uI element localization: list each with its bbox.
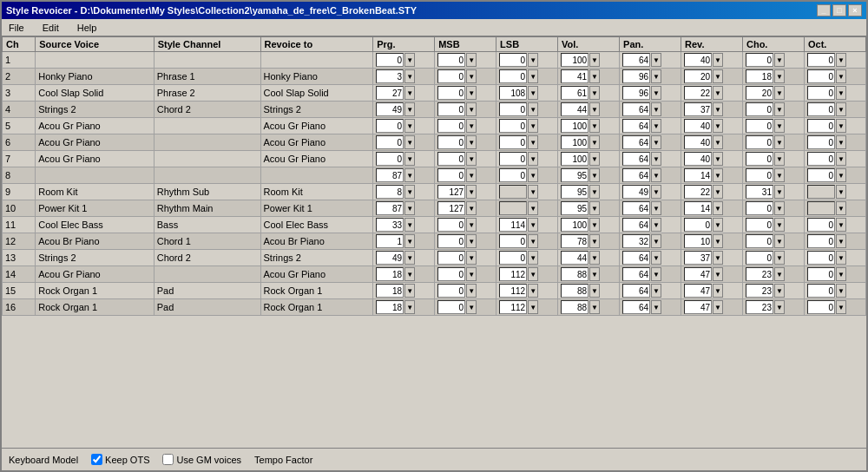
dropdown-arrow-icon[interactable]: ▼ [466, 185, 477, 199]
dropdown-arrow-icon[interactable]: ▼ [713, 284, 723, 298]
dropdown-arrow-icon[interactable]: ▼ [713, 218, 723, 232]
number-input[interactable] [437, 168, 465, 182]
dropdown-arrow-icon[interactable]: ▼ [589, 218, 600, 232]
dropdown-arrow-icon[interactable]: ▼ [404, 53, 415, 67]
number-input[interactable] [684, 234, 712, 248]
dropdown-arrow-icon[interactable]: ▼ [713, 152, 723, 166]
number-input[interactable] [499, 69, 527, 83]
number-input[interactable] [376, 53, 404, 67]
dropdown-arrow-icon[interactable]: ▼ [466, 119, 477, 133]
number-input[interactable] [807, 284, 835, 298]
menu-file[interactable]: File [6, 22, 27, 34]
dropdown-arrow-icon[interactable]: ▼ [651, 119, 661, 133]
number-input[interactable] [807, 86, 835, 100]
number-input[interactable] [499, 86, 527, 100]
number-input[interactable] [622, 102, 650, 116]
number-input[interactable] [437, 135, 465, 149]
minimize-button[interactable]: _ [817, 4, 831, 16]
number-input[interactable] [807, 234, 835, 248]
dropdown-arrow-icon[interactable]: ▼ [528, 234, 538, 248]
number-input[interactable] [746, 300, 773, 314]
dropdown-arrow-icon[interactable]: ▼ [589, 284, 600, 298]
dropdown-arrow-icon[interactable]: ▼ [404, 300, 415, 314]
dropdown-arrow-icon[interactable]: ▼ [589, 86, 600, 100]
number-input[interactable] [622, 69, 650, 83]
dropdown-arrow-icon[interactable]: ▼ [528, 135, 538, 149]
dropdown-arrow-icon[interactable]: ▼ [713, 86, 723, 100]
dropdown-arrow-icon[interactable]: ▼ [836, 234, 846, 248]
number-input[interactable] [376, 185, 404, 199]
close-button[interactable]: × [848, 4, 862, 16]
dropdown-arrow-icon[interactable]: ▼ [774, 152, 785, 166]
dropdown-arrow-icon[interactable]: ▼ [774, 267, 785, 281]
number-input[interactable] [437, 53, 465, 67]
dropdown-arrow-icon[interactable]: ▼ [404, 119, 415, 133]
number-input[interactable] [684, 86, 712, 100]
number-input[interactable] [807, 251, 835, 265]
dropdown-arrow-icon[interactable]: ▼ [836, 86, 846, 100]
dropdown-arrow-icon[interactable]: ▼ [774, 234, 785, 248]
number-input[interactable] [807, 119, 835, 133]
number-input[interactable] [376, 69, 404, 83]
dropdown-arrow-icon[interactable]: ▼ [836, 152, 846, 166]
dropdown-arrow-icon[interactable]: ▼ [404, 234, 415, 248]
number-input[interactable] [684, 152, 712, 166]
dropdown-arrow-icon[interactable]: ▼ [774, 135, 785, 149]
number-input[interactable] [561, 251, 589, 265]
dropdown-arrow-icon[interactable]: ▼ [466, 102, 477, 116]
number-input[interactable] [499, 218, 527, 232]
dropdown-arrow-icon[interactable]: ▼ [466, 234, 477, 248]
number-input[interactable] [746, 267, 773, 281]
dropdown-arrow-icon[interactable]: ▼ [466, 267, 477, 281]
number-input[interactable] [437, 201, 465, 215]
number-input[interactable] [746, 102, 773, 116]
dropdown-arrow-icon[interactable]: ▼ [466, 152, 477, 166]
number-input[interactable] [746, 86, 773, 100]
dropdown-arrow-icon[interactable]: ▼ [651, 69, 661, 83]
number-input[interactable] [561, 119, 589, 133]
number-input[interactable] [622, 201, 650, 215]
dropdown-arrow-icon[interactable]: ▼ [404, 152, 415, 166]
dropdown-arrow-icon[interactable]: ▼ [404, 86, 415, 100]
number-input[interactable] [499, 168, 527, 182]
dropdown-arrow-icon[interactable]: ▼ [774, 102, 785, 116]
number-input[interactable] [622, 135, 650, 149]
number-input[interactable] [684, 267, 712, 281]
number-input[interactable] [746, 53, 773, 67]
number-input[interactable] [622, 300, 650, 314]
number-input[interactable] [807, 267, 835, 281]
number-input[interactable] [684, 251, 712, 265]
dropdown-arrow-icon[interactable]: ▼ [528, 119, 538, 133]
number-input[interactable] [746, 234, 773, 248]
dropdown-arrow-icon[interactable]: ▼ [713, 135, 723, 149]
use-gm-checkbox[interactable] [162, 454, 174, 465]
number-input[interactable] [437, 102, 465, 116]
dropdown-arrow-icon[interactable]: ▼ [404, 218, 415, 232]
dropdown-arrow-icon[interactable]: ▼ [589, 267, 600, 281]
number-input[interactable] [622, 251, 650, 265]
number-input[interactable] [499, 102, 527, 116]
number-input[interactable] [499, 267, 527, 281]
dropdown-arrow-icon[interactable]: ▼ [528, 218, 538, 232]
number-input[interactable] [684, 119, 712, 133]
dropdown-arrow-icon[interactable]: ▼ [404, 267, 415, 281]
number-input[interactable] [376, 102, 404, 116]
number-input[interactable] [561, 234, 589, 248]
number-input[interactable] [437, 234, 465, 248]
dropdown-arrow-icon[interactable]: ▼ [836, 300, 846, 314]
number-input[interactable] [684, 168, 712, 182]
number-input[interactable] [437, 152, 465, 166]
number-input[interactable] [622, 53, 650, 67]
dropdown-arrow-icon[interactable]: ▼ [836, 135, 846, 149]
dropdown-arrow-icon[interactable]: ▼ [466, 135, 477, 149]
number-input[interactable] [499, 284, 527, 298]
dropdown-arrow-icon[interactable]: ▼ [589, 152, 600, 166]
dropdown-arrow-icon[interactable]: ▼ [528, 152, 538, 166]
dropdown-arrow-icon[interactable]: ▼ [836, 53, 846, 67]
number-input[interactable] [376, 201, 404, 215]
dropdown-arrow-icon[interactable]: ▼ [589, 300, 600, 314]
dropdown-arrow-icon[interactable]: ▼ [589, 135, 600, 149]
number-input[interactable] [437, 251, 465, 265]
dropdown-arrow-icon[interactable]: ▼ [713, 300, 723, 314]
number-input[interactable] [807, 168, 835, 182]
